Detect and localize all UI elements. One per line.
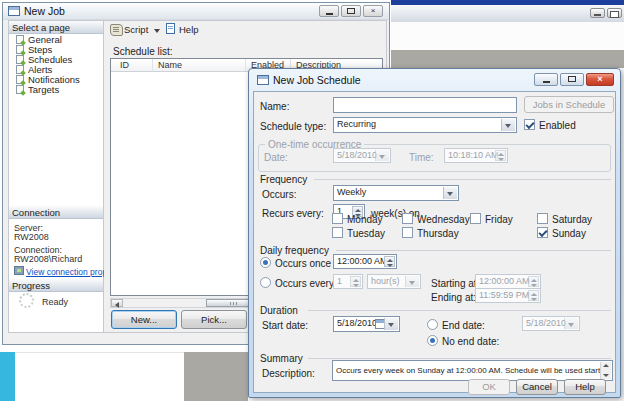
description-textarea[interactable]: Occurs every week on Sunday at 12:00:00 … (332, 360, 613, 381)
starting-at-spinner[interactable]: 12:00:00 AM (475, 274, 541, 289)
monday-label: Monday (347, 214, 383, 225)
chevron-down-icon[interactable] (384, 318, 398, 330)
occurs-once-time-spinner[interactable]: 12:00:00 AM (333, 254, 397, 269)
wednesday-label: Wednesday (417, 214, 470, 225)
background-restore-button[interactable] (607, 8, 622, 18)
tuesday-checkbox[interactable] (332, 227, 343, 238)
end-date-radio[interactable] (427, 319, 438, 330)
background-minimize-button[interactable] (590, 8, 605, 18)
group-separator (336, 250, 611, 251)
ok-button[interactable]: OK (468, 379, 510, 395)
sunday-label: Sunday (552, 228, 586, 239)
one-time-occurrence-group: One-time occurrence (258, 144, 611, 172)
starting-at-label: Starting at: (431, 278, 479, 289)
vertical-scrollbar[interactable] (600, 362, 611, 379)
group-separator (308, 310, 611, 311)
sidebar-item-general[interactable]: General (9, 35, 103, 45)
screenshot-root: New Job × Select a page General Steps Sc… (0, 0, 624, 401)
background-caption-band (391, 5, 624, 23)
schedule-minimize-button[interactable] (534, 73, 558, 86)
friday-checkbox[interactable] (470, 213, 481, 224)
connection-value: RW2008\Richard (14, 254, 82, 264)
schedule-list-label: Schedule list: (113, 46, 172, 57)
spinner-arrows-icon (528, 276, 539, 287)
spinner-arrows-icon[interactable] (384, 256, 395, 267)
chevron-down-icon (405, 276, 419, 287)
background-toolbar-band (391, 22, 624, 50)
connection-properties-icon (14, 266, 24, 275)
no-end-date-radio[interactable] (427, 335, 438, 346)
pick-button[interactable]: Pick... (181, 310, 247, 329)
new-job-window-icon (8, 6, 20, 16)
interval-unit-select[interactable]: hour(s) (367, 274, 421, 289)
date-select[interactable]: 5/18/2010 (333, 148, 391, 163)
spinner-arrows-icon (350, 276, 361, 287)
select-a-page-header: Select a page (9, 21, 103, 34)
time-label: Time: (409, 152, 434, 163)
time-spinner[interactable]: 10:18:10 AM (444, 148, 508, 163)
end-date-picker[interactable]: 5/18/2010 (522, 316, 580, 331)
thursday-checkbox[interactable] (402, 227, 413, 238)
description-label: Description: (262, 368, 315, 379)
enabled-label: Enabled (539, 120, 576, 131)
friday-label: Friday (485, 214, 513, 225)
schedule-close-icon[interactable]: × (586, 73, 614, 86)
close-icon[interactable]: × (363, 5, 383, 17)
frequency-group-label: Frequency (260, 174, 307, 185)
help-button[interactable]: Help (179, 24, 199, 35)
scroll-left-icon[interactable] (111, 299, 123, 307)
occurs-every-label: Occurs every: (275, 278, 337, 289)
sidebar-item-targets[interactable]: Targets (9, 85, 103, 95)
occurs-once-radio[interactable] (260, 257, 271, 268)
schedule-title: New Job Schedule (273, 74, 361, 86)
jobs-in-schedule-button[interactable]: Jobs in Schedule (524, 96, 614, 113)
summary-group-label: Summary (260, 353, 303, 364)
ending-at-spinner[interactable]: 11:59:59 PM (475, 288, 541, 303)
enabled-checkbox[interactable] (524, 119, 535, 130)
new-job-sidebar: Select a page General Steps Schedules Al… (8, 20, 104, 333)
schedule-dialog-content: Name: Jobs in Schedule Schedule type: Re… (253, 91, 616, 393)
help-button[interactable]: Help (564, 379, 606, 395)
wednesday-checkbox[interactable] (402, 213, 413, 224)
script-icon (110, 24, 123, 36)
name-input[interactable] (333, 97, 517, 113)
cancel-button[interactable]: Cancel (516, 379, 558, 395)
progress-status: Ready (42, 297, 68, 307)
background-document-page (15, 352, 184, 401)
daily-frequency-group-label: Daily frequency (260, 245, 329, 256)
new-button[interactable]: New... (111, 310, 177, 329)
script-button[interactable]: Script (124, 24, 148, 35)
chevron-down-icon[interactable] (501, 119, 515, 131)
tuesday-label: Tuesday (347, 228, 385, 239)
saturday-checkbox[interactable] (537, 213, 548, 224)
page-icon (16, 75, 24, 84)
group-separator (314, 179, 611, 180)
end-date-label: End date: (442, 320, 485, 331)
column-header-name[interactable]: Name (153, 59, 246, 72)
minimize-button[interactable] (319, 5, 339, 17)
chevron-down-icon[interactable] (443, 187, 457, 199)
occurs-select[interactable]: Weekly (333, 185, 459, 201)
column-header-id[interactable]: ID (111, 59, 153, 72)
schedule-type-select[interactable]: Recurring (333, 117, 517, 133)
schedule-maximize-button[interactable] (560, 73, 584, 86)
sunday-checkbox[interactable] (537, 227, 548, 238)
occurs-every-stepper[interactable]: 1 (333, 274, 363, 289)
chevron-down-icon (375, 150, 389, 161)
occurs-every-radio[interactable] (260, 277, 271, 288)
script-dropdown-icon[interactable] (154, 29, 160, 33)
sidebar-item-schedules[interactable]: Schedules (9, 55, 103, 65)
monday-checkbox[interactable] (332, 213, 343, 224)
new-job-title: New Job (24, 5, 65, 17)
date-label: Date: (264, 152, 288, 163)
page-icon (16, 65, 24, 74)
progress-header: Progress (9, 279, 103, 292)
page-icon (16, 55, 24, 64)
occurs-label: Occurs: (262, 189, 296, 200)
new-job-schedule-dialog: New Job Schedule × Name: Jobs in Schedul… (248, 68, 621, 398)
start-date-picker[interactable]: 5/18/2010 (333, 316, 400, 332)
spinner-arrows-icon (495, 150, 506, 161)
maximize-button[interactable] (341, 5, 361, 17)
new-job-titlebar[interactable]: New Job × (3, 3, 389, 20)
page-icon (16, 35, 24, 44)
